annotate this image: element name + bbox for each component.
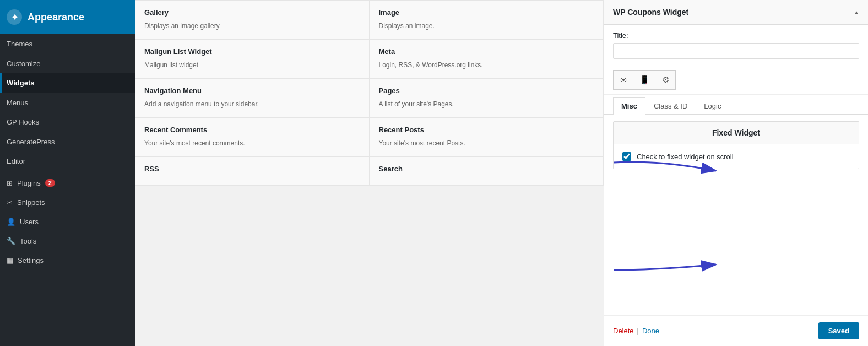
mobile-icon-button[interactable]: 📱 <box>634 70 655 90</box>
sidebar-header: ✦ Appearance <box>0 0 135 34</box>
title-label: Title: <box>613 31 859 40</box>
plugins-icon: ⊞ <box>7 179 13 187</box>
widget-title-recent-comments: Recent Comments <box>144 126 360 134</box>
sidebar-item-widgets[interactable]: Widgets <box>0 73 135 93</box>
widget-cell-meta[interactable]: Meta Login, RSS, & WordPress.org links. <box>370 39 604 78</box>
footer-separator: | <box>637 327 639 335</box>
gear-icon-button[interactable]: ⚙ <box>655 70 676 90</box>
widget-desc-mailgun: Mailgun list widget <box>144 60 360 70</box>
tools-label: Tools <box>20 237 36 245</box>
fixed-widget-section: Fixed Widget Check to fixed widget on sc… <box>613 121 859 169</box>
widget-title-navigation: Navigation Menu <box>144 86 360 95</box>
fixed-widget-label: Check to fixed widget on scroll <box>637 153 734 161</box>
sidebar-item-themes[interactable]: Themes <box>0 34 135 54</box>
eye-icon-button[interactable]: 👁 <box>613 70 634 90</box>
tab-class-id[interactable]: Class & ID <box>645 97 696 115</box>
plugins-label: Plugins <box>17 179 41 187</box>
sidebar: ✦ Appearance Themes Customize Widgets Me… <box>0 0 135 346</box>
widget-title-search: Search <box>379 165 595 173</box>
widget-title-pages: Pages <box>379 86 595 95</box>
widget-cell-pages[interactable]: Pages A list of your site's Pages. <box>370 78 604 117</box>
sidebar-title: Appearance <box>28 12 84 23</box>
widget-cell-search[interactable]: Search <box>370 156 604 186</box>
sidebar-link-menus[interactable]: Menus <box>2 93 135 113</box>
sidebar-menu: Themes Customize Widgets Menus GP Hooks … <box>0 34 135 171</box>
widget-desc-gallery: Displays an image gallery. <box>144 21 360 31</box>
users-label: Users <box>20 218 39 226</box>
main-content: Gallery Displays an image gallery. Image… <box>135 0 868 346</box>
plugins-badge: 2 <box>45 179 55 187</box>
sidebar-section-tools[interactable]: 🔧 Tools <box>0 229 135 248</box>
sidebar-link-gphooks[interactable]: GP Hooks <box>2 112 135 132</box>
saved-button[interactable]: Saved <box>818 322 859 339</box>
sidebar-section-snippets[interactable]: ✂ Snippets <box>0 191 135 210</box>
sidebar-item-customize[interactable]: Customize <box>0 54 135 74</box>
footer-links: Delete | Done <box>613 327 659 335</box>
title-input[interactable] <box>613 43 859 59</box>
done-link[interactable]: Done <box>642 327 659 335</box>
widget-cell-recent-posts[interactable]: Recent Posts Your site's most recent Pos… <box>370 117 604 156</box>
widget-title-image: Image <box>379 8 595 17</box>
sidebar-item-gphooks[interactable]: GP Hooks <box>0 112 135 132</box>
delete-link[interactable]: Delete <box>613 327 634 335</box>
users-icon: 👤 <box>7 218 15 226</box>
panel-title: WP Coupons Widget <box>613 8 688 17</box>
widget-cell-navigation[interactable]: Navigation Menu Add a navigation menu to… <box>135 78 370 117</box>
widget-title-meta: Meta <box>379 47 595 56</box>
sidebar-link-generatepress[interactable]: GeneratePress <box>2 132 135 152</box>
right-panel: WP Coupons Widget ▲ Title: 👁 📱 ⚙ Misc Cl… <box>604 0 868 346</box>
widget-desc-image: Displays an image. <box>379 21 595 31</box>
widget-grid: Gallery Displays an image gallery. Image… <box>135 0 604 346</box>
sidebar-section-plugins[interactable]: ⊞ Plugins 2 <box>0 171 135 191</box>
sidebar-link-themes[interactable]: Themes <box>2 34 135 54</box>
icon-buttons-row: 👁 📱 ⚙ <box>604 66 868 95</box>
widget-title-gallery: Gallery <box>144 8 360 17</box>
settings-icon: ▦ <box>7 256 13 264</box>
fixed-widget-checkbox[interactable] <box>622 152 631 161</box>
sidebar-link-customize[interactable]: Customize <box>2 54 135 74</box>
panel-footer: Delete | Done Saved <box>604 315 868 346</box>
widget-title-rss: RSS <box>144 165 360 173</box>
widget-title-recent-posts: Recent Posts <box>379 126 595 134</box>
sidebar-section-settings[interactable]: ▦ Settings <box>0 248 135 268</box>
collapse-icon[interactable]: ▲ <box>854 9 859 15</box>
widget-cell-recent-comments[interactable]: Recent Comments Your site's most recent … <box>135 117 370 156</box>
widget-title-mailgun: Mailgun List Widget <box>144 47 360 56</box>
widget-cell-image[interactable]: Image Displays an image. <box>370 0 604 39</box>
sidebar-item-menus[interactable]: Menus <box>0 93 135 113</box>
sidebar-item-editor[interactable]: Editor <box>0 152 135 171</box>
snippets-icon: ✂ <box>7 198 13 207</box>
sidebar-section-users[interactable]: 👤 Users <box>0 210 135 229</box>
widget-cell-rss[interactable]: RSS <box>135 156 370 186</box>
panel-header: WP Coupons Widget ▲ <box>604 0 868 25</box>
tab-misc[interactable]: Misc <box>613 97 645 115</box>
widget-desc-recent-posts: Your site's most recent Posts. <box>379 138 595 148</box>
fixed-widget-header: Fixed Widget <box>614 122 859 144</box>
tools-icon: 🔧 <box>7 237 15 245</box>
widget-desc-pages: A list of your site's Pages. <box>379 99 595 109</box>
title-section: Title: <box>604 25 868 66</box>
appearance-icon: ✦ <box>7 9 22 25</box>
tabs-row: Misc Class & ID Logic <box>604 97 868 115</box>
widget-desc-navigation: Add a navigation menu to your sidebar. <box>144 99 360 109</box>
sidebar-item-generatepress[interactable]: GeneratePress <box>0 132 135 152</box>
widget-cell-mailgun[interactable]: Mailgun List Widget Mailgun list widget <box>135 39 370 78</box>
widget-desc-meta: Login, RSS, & WordPress.org links. <box>379 60 595 70</box>
snippets-label: Snippets <box>17 198 45 207</box>
fixed-widget-body: Check to fixed widget on scroll <box>614 144 859 169</box>
tab-logic[interactable]: Logic <box>696 97 729 115</box>
sidebar-link-widgets[interactable]: Widgets <box>2 73 135 93</box>
widget-desc-recent-comments: Your site's most recent comments. <box>144 138 360 148</box>
settings-label: Settings <box>18 256 44 264</box>
sidebar-link-editor[interactable]: Editor <box>2 152 135 171</box>
widget-cell-gallery[interactable]: Gallery Displays an image gallery. <box>135 0 370 39</box>
